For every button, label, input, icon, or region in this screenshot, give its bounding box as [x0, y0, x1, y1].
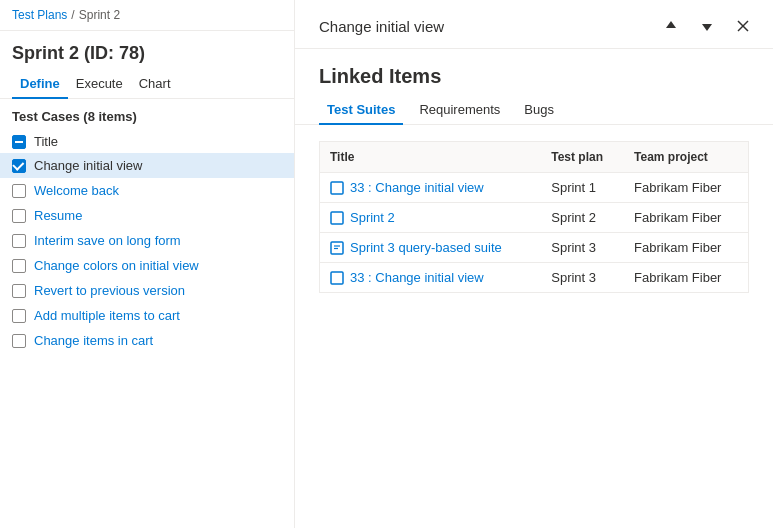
list-item[interactable]: Add multiple items to cart [0, 303, 294, 328]
list-item[interactable]: Change items in cart [0, 328, 294, 353]
list-container: Title Change initial view Welcome back R… [0, 130, 294, 528]
list-item[interactable]: Revert to previous version [0, 278, 294, 303]
item-checkbox[interactable] [12, 259, 26, 273]
tab-test-suites[interactable]: Test Suites [319, 96, 403, 125]
query-suite-icon [330, 241, 344, 255]
panel-tabs: Test Suites Requirements Bugs [295, 96, 773, 125]
svg-rect-7 [331, 272, 343, 284]
list-title-row: Title [0, 130, 294, 153]
item-checkbox[interactable] [12, 184, 26, 198]
navigate-up-button[interactable] [657, 12, 685, 40]
down-arrow-icon [700, 19, 714, 33]
panel-header: Change initial view [295, 0, 773, 49]
item-label: Add multiple items to cart [34, 308, 180, 323]
row-team-project: Fabrikam Fiber [624, 233, 748, 263]
row-title-cell: Sprint 2 [330, 210, 531, 225]
row-team-project: Fabrikam Fiber [624, 203, 748, 233]
tab-chart[interactable]: Chart [131, 68, 179, 99]
row-title-cell: Sprint 3 query-based suite [330, 240, 531, 255]
select-all-checkbox[interactable] [12, 135, 26, 149]
list-item[interactable]: Interim save on long form [0, 228, 294, 253]
row-test-plan: Sprint 2 [541, 203, 624, 233]
item-checkbox[interactable] [12, 334, 26, 348]
svg-rect-3 [331, 212, 343, 224]
breadcrumb-separator: / [71, 8, 74, 22]
table-row[interactable]: Sprint 2 Sprint 2 Fabrikam Fiber [320, 203, 749, 233]
row-title-text: 33 : Change initial view [350, 270, 484, 285]
item-label: Revert to previous version [34, 283, 185, 298]
close-icon [737, 20, 749, 32]
table-row[interactable]: Sprint 3 query-based suite Sprint 3 Fabr… [320, 233, 749, 263]
row-title-text: 33 : Change initial view [350, 180, 484, 195]
row-title-text: Sprint 3 query-based suite [350, 240, 502, 255]
tab-execute[interactable]: Execute [68, 68, 131, 99]
panel-actions [657, 12, 757, 40]
panel-title: Change initial view [319, 18, 444, 35]
list-column-title: Title [34, 134, 58, 149]
right-panel: Change initial view Linked Items Tes [295, 0, 773, 528]
row-test-plan: Sprint 1 [541, 173, 624, 203]
close-panel-button[interactable] [729, 12, 757, 40]
tab-requirements[interactable]: Requirements [411, 96, 508, 125]
left-panel: Test Plans / Sprint 2 Sprint 2 (ID: 78) … [0, 0, 295, 528]
table-row[interactable]: 33 : Change initial view Sprint 1 Fabrik… [320, 173, 749, 203]
main-tabs: Define Execute Chart [0, 68, 294, 99]
navigate-down-button[interactable] [693, 12, 721, 40]
breadcrumb-parent[interactable]: Test Plans [12, 8, 67, 22]
sprint-title: Sprint 2 (ID: 78) [0, 31, 294, 68]
list-item[interactable]: Change initial view [0, 153, 294, 178]
item-label: Change items in cart [34, 333, 153, 348]
test-cases-header: Test Cases (8 items) [0, 99, 294, 130]
list-item[interactable]: Resume [0, 203, 294, 228]
row-title-text: Sprint 2 [350, 210, 395, 225]
static-suite-icon [330, 211, 344, 225]
list-item[interactable]: Change colors on initial view [0, 253, 294, 278]
linked-items-table: Title Test plan Team project [319, 141, 749, 293]
item-checkbox[interactable] [12, 159, 26, 173]
tab-define[interactable]: Define [12, 68, 68, 99]
breadcrumb-current: Sprint 2 [79, 8, 120, 22]
col-header-title: Title [320, 142, 542, 173]
item-label: Change colors on initial view [34, 258, 199, 273]
item-label: Change initial view [34, 158, 142, 173]
breadcrumb: Test Plans / Sprint 2 [0, 0, 294, 31]
col-header-team-project: Team project [624, 142, 748, 173]
item-checkbox[interactable] [12, 209, 26, 223]
static-suite-icon [330, 271, 344, 285]
item-checkbox[interactable] [12, 234, 26, 248]
suite-icon [330, 181, 344, 195]
tab-bugs[interactable]: Bugs [516, 96, 562, 125]
up-arrow-icon [664, 19, 678, 33]
linked-items-title: Linked Items [295, 49, 773, 96]
item-label: Welcome back [34, 183, 119, 198]
suite-icon [330, 271, 344, 285]
item-label: Interim save on long form [34, 233, 181, 248]
svg-rect-2 [331, 182, 343, 194]
item-checkbox[interactable] [12, 309, 26, 323]
row-title-cell: 33 : Change initial view [330, 270, 531, 285]
col-header-test-plan: Test plan [541, 142, 624, 173]
static-suite-icon [330, 181, 344, 195]
item-label: Resume [34, 208, 82, 223]
table-row[interactable]: 33 : Change initial view Sprint 3 Fabrik… [320, 263, 749, 293]
row-test-plan: Sprint 3 [541, 263, 624, 293]
list-item[interactable]: Welcome back [0, 178, 294, 203]
query-based-suite-icon [330, 241, 344, 255]
row-team-project: Fabrikam Fiber [624, 173, 748, 203]
item-checkbox[interactable] [12, 284, 26, 298]
row-title-cell: 33 : Change initial view [330, 180, 531, 195]
table-area: Title Test plan Team project [295, 125, 773, 528]
suite-icon [330, 211, 344, 225]
row-test-plan: Sprint 3 [541, 233, 624, 263]
row-team-project: Fabrikam Fiber [624, 263, 748, 293]
